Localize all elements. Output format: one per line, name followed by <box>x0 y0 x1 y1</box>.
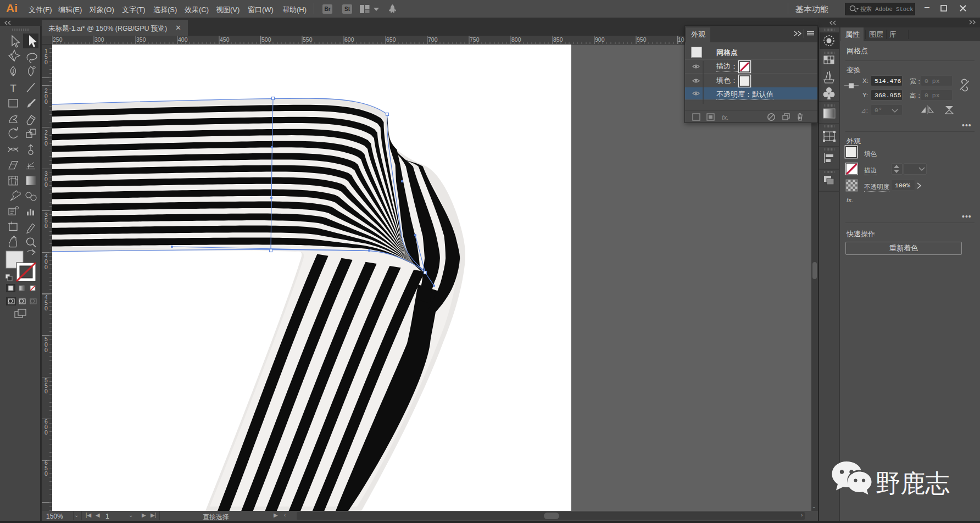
svg-text:野鹿志: 野鹿志 <box>876 469 950 497</box>
svg-text:T: T <box>10 82 16 94</box>
svg-text:fx.: fx. <box>722 114 729 121</box>
